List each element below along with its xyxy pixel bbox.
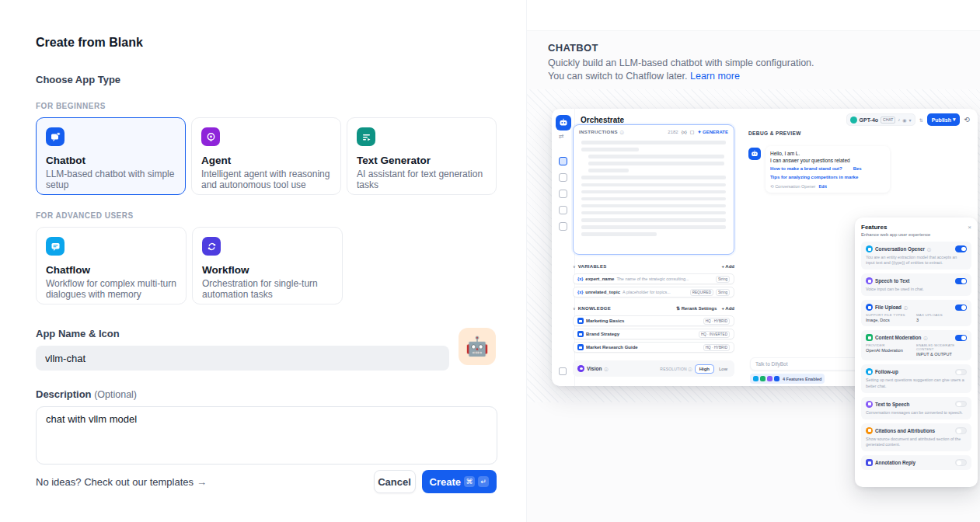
collapse-icon: ∨ (573, 264, 576, 269)
optional-label: (Optional) (94, 389, 137, 400)
content-moderation-icon (866, 334, 873, 341)
arrow-right-icon: → (197, 476, 207, 488)
history-icon: ⟲ (964, 116, 970, 124)
citations-icon (866, 427, 873, 434)
suggested-question: Tips for analyzing competitors in marke (770, 173, 885, 182)
feature-item-speech-to-text: Speech to Text Voice input can be used i… (861, 273, 971, 296)
swap-icon: ⇄ (559, 133, 564, 140)
agent-icon (201, 127, 220, 146)
add-variable-button: + Add (721, 264, 734, 269)
preview-title: Orchestrate (581, 116, 624, 124)
close-icon: × (968, 224, 971, 231)
app-type-desc: Orchestration for single-turn automation… (202, 278, 333, 301)
toggle-on (955, 304, 967, 311)
rerank-settings-button: ⇅ Rerank Settings (676, 305, 717, 311)
app-type-card-text-generator[interactable]: Text Generator AI assistant for text gen… (347, 117, 497, 195)
info-icon: ⓘ (927, 247, 931, 252)
advanced-group-label: FOR ADVANCED USERS (36, 211, 497, 220)
model-selector: GPT-4o CHAT ♪ ◉ ▾ (846, 113, 915, 126)
cmd-key-icon: ⌘ (464, 476, 475, 487)
feature-item-file-upload: File Upload ⓘ SUPPORT FILE TYPESImage, D… (861, 300, 971, 326)
dataset-icon (577, 344, 584, 350)
workflow-icon (202, 237, 221, 256)
placeholder-line (581, 183, 726, 187)
create-button[interactable]: Create ⌘ ↵ (422, 470, 497, 493)
app-name-input[interactable] (36, 346, 449, 371)
char-count: 2182 (668, 130, 678, 134)
placeholder-line (581, 211, 726, 215)
placeholder-line (581, 204, 726, 208)
description-section: Description (Optional) chat with vllm mo… (36, 388, 497, 465)
advanced-app-types: Chatflow Workflow for complex multi-turn… (36, 227, 497, 304)
toggle-off (955, 401, 967, 408)
create-modal: Create from Blank Choose App Type FOR BE… (0, 0, 527, 522)
chatflow-icon (46, 237, 65, 256)
placeholder-line (581, 141, 726, 144)
vision-row: Vision ⓘ RESOLUTION ⓘ High Low (573, 360, 734, 377)
toggle-off (955, 459, 967, 466)
placeholder-line (581, 148, 639, 151)
eye-icon: ◉ (902, 117, 906, 123)
knowledge-section: ∨ KNOWLEDGE ⇅ Rerank Settings + Add Mark… (573, 303, 734, 353)
features-panel: Features × Enhance web app user experien… (855, 218, 978, 487)
info-icon: ⓘ (923, 336, 927, 340)
learn-more-link[interactable]: Learn more (690, 71, 740, 82)
info-icon: ⓘ (620, 130, 624, 134)
robot-emoji-icon: 🤖 (466, 336, 489, 357)
create-button-label: Create (430, 476, 461, 488)
app-name-section: App Name & Icon 🤖 (36, 328, 497, 371)
beginner-app-types: Chatbot LLM-based chatbot with simple se… (36, 117, 497, 195)
feature-mini-icon (767, 376, 772, 381)
debug-preview-label: DEBUG & PREVIEW (748, 130, 801, 136)
cancel-button[interactable]: Cancel (374, 470, 416, 493)
rerank-icon: ⇅ (676, 306, 680, 311)
variable-token-icon: {x} (682, 130, 687, 134)
app-type-card-chatbot[interactable]: Chatbot LLM-based chatbot with simple se… (36, 117, 186, 195)
collapse-icon: ∨ (573, 306, 576, 311)
templates-link[interactable]: No ideas? Check out our templates→ (36, 476, 207, 488)
app-type-info-panel: CHATBOT Quickly build an LLM-based chatb… (527, 0, 980, 522)
text-generator-icon (357, 127, 375, 146)
model-mode-tag: CHAT (881, 117, 895, 124)
preview-band: ⇄ Orchestrate GPT-4o CHAT (527, 89, 980, 402)
preview-app-icon (556, 115, 571, 130)
info-icon: ⓘ (604, 367, 608, 371)
type-chip: String (716, 289, 730, 296)
app-type-card-chatflow[interactable]: Chatflow Workflow for complex multi-turn… (36, 227, 187, 304)
placeholder-line (588, 162, 724, 165)
placeholder-line (588, 155, 724, 158)
variable-row: {x} unrelated_topic A placeholder for to… (573, 287, 734, 298)
mic-icon: ♪ (898, 117, 900, 122)
app-icon-picker[interactable]: 🤖 (459, 328, 496, 365)
preview-nav-icons (559, 157, 567, 231)
placeholder-line (588, 169, 629, 172)
conversation-opener-row: ⟲ Conversation OpenerEdit (770, 184, 885, 189)
choose-app-type-label: Choose App Type (36, 74, 497, 85)
toggle-off (955, 369, 967, 376)
variables-label: VARIABLES (578, 264, 607, 269)
follow-up-icon (866, 368, 873, 375)
feature-item-citations: Citations and Attributions Show source d… (861, 423, 971, 451)
instructions-panel: INSTRUCTIONS ⓘ 2182 {x} ▢ ✦ GENERATE (573, 124, 734, 255)
placeholder-line (581, 225, 726, 229)
placeholder-line (581, 197, 726, 201)
nav-orchestrate-icon (559, 157, 567, 165)
nav-icon (559, 222, 567, 231)
knowledge-row: Market Research Guide HQ · HYBRID (573, 342, 734, 353)
edit-link: Edit (818, 184, 826, 189)
toggle-off (955, 427, 967, 434)
app-type-card-agent[interactable]: Agent Intelligent agent with reasoning a… (191, 117, 341, 195)
create-app-page: Create from Blank Choose App Type FOR BE… (0, 0, 980, 522)
vision-icon (577, 365, 584, 372)
bot-avatar-icon (748, 148, 761, 160)
app-type-card-workflow[interactable]: Workflow Orchestration for single-turn a… (192, 227, 343, 304)
features-enabled-bar: 4 Features Enabled (750, 374, 825, 384)
index-mode-chip: HQ · HYBRID (703, 344, 730, 351)
feature-item-text-to-speech: Text to Speech Conversation messages can… (861, 397, 971, 419)
nav-icon (559, 173, 567, 182)
app-type-desc: Workflow for complex multi-turn dialogue… (46, 278, 176, 301)
feature-item-follow-up: Follow-up Setting up next questions sugg… (861, 364, 971, 392)
sliders-icon: ⇅ (919, 117, 923, 123)
description-textarea[interactable]: chat with vllm model (36, 406, 497, 465)
resolution-high-option: High (695, 364, 714, 374)
